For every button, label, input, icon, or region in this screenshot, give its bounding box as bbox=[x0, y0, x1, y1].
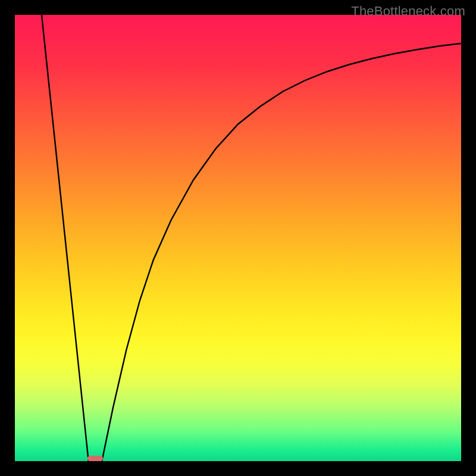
watermark-text: TheBottleneck.com bbox=[351, 4, 465, 19]
chart-svg bbox=[0, 0, 476, 476]
marker-pill bbox=[87, 456, 103, 461]
chart-container: TheBottleneck.com bbox=[0, 0, 476, 476]
